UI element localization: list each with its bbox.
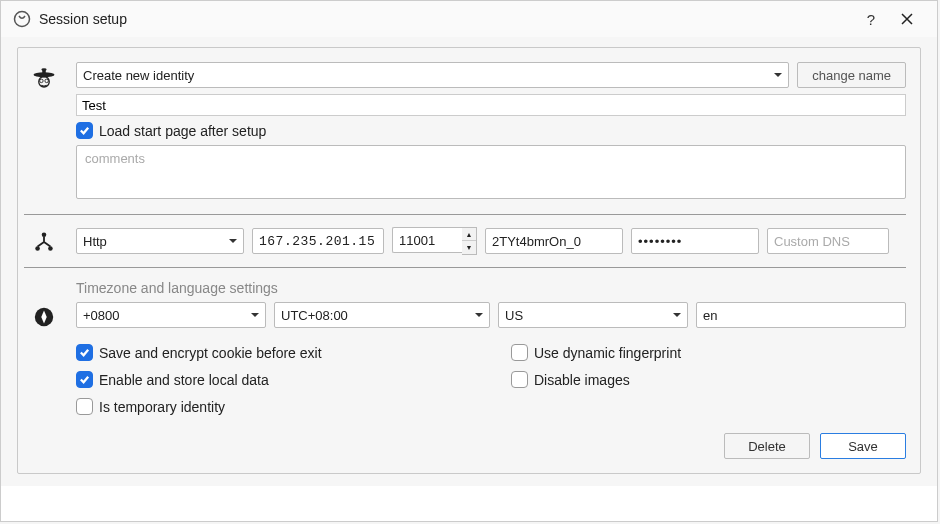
protocol-select[interactable]: Http — [76, 228, 244, 254]
temporary-identity-checkbox[interactable] — [76, 398, 93, 415]
disable-images-label: Disable images — [534, 372, 630, 388]
svg-point-6 — [45, 79, 49, 83]
enable-local-data-label: Enable and store local data — [99, 372, 269, 388]
titlebar: Session setup ? — [1, 1, 937, 37]
comments-textarea[interactable] — [76, 145, 906, 199]
tz-offset-select[interactable]: +0800 — [76, 302, 266, 328]
timezone-section: Timezone and language settings +0800 UTC… — [24, 267, 906, 459]
svg-point-5 — [40, 79, 44, 83]
dynamic-fingerprint-label: Use dynamic fingerprint — [534, 345, 681, 361]
dynamic-fingerprint-checkbox[interactable] — [511, 344, 528, 361]
language-input[interactable] — [696, 302, 906, 328]
identity-select[interactable]: Create new identity — [76, 62, 789, 88]
save-button[interactable]: Save — [820, 433, 906, 459]
close-icon — [901, 13, 913, 25]
proxy-icon — [33, 231, 55, 253]
proxy-port-input[interactable] — [392, 227, 462, 253]
svg-point-8 — [35, 246, 40, 251]
port-step-down[interactable]: ▼ — [462, 241, 476, 254]
proxy-user-input[interactable] — [485, 228, 623, 254]
proxy-password-input[interactable] — [631, 228, 759, 254]
identity-section: Create new identity change name Load sta… — [24, 62, 906, 202]
custom-dns-input[interactable] — [767, 228, 889, 254]
svg-point-9 — [48, 246, 53, 251]
network-icon — [24, 227, 64, 253]
delete-button[interactable]: Delete — [724, 433, 810, 459]
disable-images-checkbox[interactable] — [511, 371, 528, 388]
svg-point-3 — [41, 68, 46, 71]
app-icon — [13, 10, 31, 28]
save-cookie-label: Save and encrypt cookie before exit — [99, 345, 322, 361]
country-select[interactable]: US — [498, 302, 688, 328]
proxy-host-input[interactable] — [252, 228, 384, 254]
network-section: Http ▲ ▼ — [24, 214, 906, 255]
svg-point-7 — [42, 232, 47, 237]
help-button[interactable]: ? — [853, 5, 889, 33]
persona-icon — [30, 66, 58, 94]
port-step-up[interactable]: ▲ — [462, 228, 476, 241]
window-title: Session setup — [39, 11, 853, 27]
identity-name-input[interactable] — [76, 94, 906, 116]
compass-icon — [24, 280, 64, 328]
identity-icon — [24, 62, 64, 94]
tz-heading: Timezone and language settings — [76, 280, 906, 296]
tz-utc-select[interactable]: UTC+08:00 — [274, 302, 490, 328]
content-area: Create new identity change name Load sta… — [1, 37, 937, 486]
load-start-label: Load start page after setup — [99, 123, 266, 139]
temporary-identity-label: Is temporary identity — [99, 399, 225, 415]
enable-local-data-checkbox[interactable] — [76, 371, 93, 388]
save-cookie-checkbox[interactable] — [76, 344, 93, 361]
proxy-port-spinbox[interactable]: ▲ ▼ — [392, 227, 477, 255]
load-start-checkbox[interactable] — [76, 122, 93, 139]
close-button[interactable] — [889, 5, 925, 33]
change-name-button[interactable]: change name — [797, 62, 906, 88]
session-setup-window: Session setup ? — [0, 0, 938, 522]
